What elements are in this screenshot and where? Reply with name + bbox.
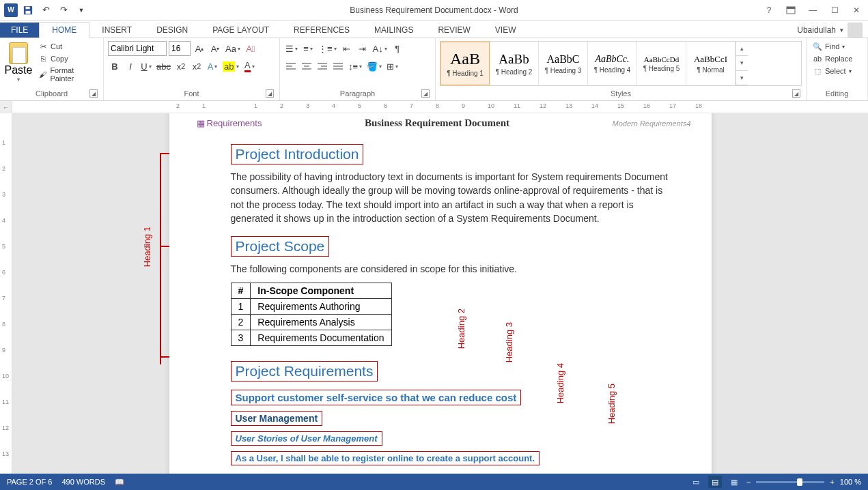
tab-home[interactable]: HOME — [39, 22, 89, 38]
word-count[interactable]: 490 WORDS — [61, 478, 105, 487]
table-row[interactable]: 2Requirements Analysis — [231, 315, 391, 330]
cut-button[interactable]: ✂Cut — [37, 41, 99, 52]
heading4-user-stories[interactable]: User Stories of User Management — [231, 431, 382, 446]
scope-table[interactable]: # In-Scope Component 1Requirements Autho… — [231, 283, 392, 346]
copy-button[interactable]: ⎘Copy — [37, 53, 99, 64]
multilevel-list-icon[interactable]: ⋮≡ — [317, 41, 338, 56]
line-spacing-icon[interactable]: ↕≡ — [347, 59, 363, 74]
tab-page-layout[interactable]: PAGE LAYOUT — [200, 23, 281, 38]
clipboard-dialog-launcher[interactable]: ◢ — [89, 89, 98, 98]
highlight-icon[interactable]: ab — [221, 59, 240, 74]
intro-paragraph[interactable]: The possibility of having introductory t… — [231, 170, 671, 225]
heading3-user-management[interactable]: User Management — [231, 411, 323, 426]
superscript-icon[interactable]: x2 — [190, 59, 204, 74]
qat-customize-icon[interactable]: ▼ — [75, 4, 87, 16]
style--heading-1[interactable]: AaB¶ Heading 1 — [440, 42, 490, 85]
zoom-thumb[interactable] — [797, 478, 802, 486]
subscript-icon[interactable]: x2 — [174, 59, 188, 74]
shrink-font-icon[interactable]: A▾ — [208, 41, 222, 56]
underline-icon[interactable]: U — [139, 59, 153, 74]
align-center-icon[interactable] — [300, 59, 313, 74]
italic-icon[interactable]: I — [124, 59, 137, 74]
horizontal-ruler[interactable]: 21123456789101112131415161718 — [12, 101, 868, 113]
user-account[interactable]: Ubaidullah ▾ — [797, 23, 863, 38]
heading-project-introduction[interactable]: Project Introduction — [231, 144, 364, 164]
tab-references[interactable]: REFERENCES — [281, 23, 362, 38]
sort-icon[interactable]: A↓ — [372, 41, 389, 56]
bullets-icon[interactable]: ☰ — [284, 41, 299, 56]
align-left-icon[interactable] — [284, 59, 298, 74]
style--heading-2[interactable]: AaBb¶ Heading 2 — [490, 42, 539, 85]
tab-insert[interactable]: INSERT — [89, 23, 144, 38]
increase-indent-icon[interactable]: ⇥ — [356, 41, 369, 56]
col-component: In-Scope Component — [251, 283, 391, 299]
redo-icon[interactable]: ↷ — [57, 4, 70, 16]
font-size-select[interactable] — [169, 41, 191, 56]
bold-icon[interactable]: B — [108, 59, 122, 74]
print-layout-icon[interactable]: ▤ — [708, 476, 722, 488]
heading2-support-customer[interactable]: Support customer self-service so that we… — [231, 390, 522, 405]
zoom-slider[interactable] — [756, 481, 824, 483]
font-dialog-launcher[interactable]: ◢ — [266, 89, 274, 98]
borders-icon[interactable]: ⊞ — [385, 59, 400, 74]
table-row[interactable]: 3Requirements Documentation — [231, 330, 391, 346]
table-row[interactable]: 1Requirements Authoring — [231, 299, 391, 315]
minimize-icon[interactable]: — — [805, 3, 820, 18]
heading-project-scope[interactable]: Project Scope — [231, 236, 330, 257]
styles-gallery-more[interactable]: ▴▾▾ — [736, 42, 748, 85]
paragraph-dialog-launcher[interactable]: ◢ — [421, 89, 430, 98]
paste-button[interactable]: Paste ▾ — [4, 41, 33, 84]
change-case-icon[interactable]: Aa — [224, 41, 242, 56]
grow-font-icon[interactable]: A▴ — [193, 41, 206, 56]
decrease-indent-icon[interactable]: ⇤ — [340, 41, 354, 56]
tab-file[interactable]: FILE — [0, 23, 39, 38]
find-button[interactable]: 🔍Find ▾ — [811, 41, 863, 52]
document-scroll[interactable]: ▦ Requirements Business Requirement Docu… — [12, 113, 868, 485]
style--heading-3[interactable]: AaBbC¶ Heading 3 — [539, 42, 588, 85]
ribbon-display-icon[interactable] — [783, 3, 798, 18]
heading5-register-online[interactable]: As a User, I shall be able to register o… — [231, 451, 540, 465]
close-icon[interactable]: ✕ — [849, 3, 864, 18]
replace-button[interactable]: abReplace — [811, 53, 863, 64]
zoom-level[interactable]: 100 % — [840, 478, 861, 486]
maximize-icon[interactable]: ☐ — [827, 3, 842, 18]
tab-view[interactable]: VIEW — [483, 23, 529, 38]
scope-intro-text[interactable]: The following components are considered … — [231, 262, 671, 276]
justify-icon[interactable] — [331, 59, 345, 74]
tab-review[interactable]: REVIEW — [425, 23, 482, 38]
style--heading-4[interactable]: AaBbCc.¶ Heading 4 — [588, 42, 637, 85]
style--normal[interactable]: AaBbCcI¶ Normal — [686, 42, 736, 85]
vertical-ruler[interactable]: 12345678910111213 — [0, 113, 12, 485]
spell-check-icon[interactable]: 📖 — [115, 478, 124, 487]
show-marks-icon[interactable]: ¶ — [391, 41, 404, 56]
clear-formatting-icon[interactable]: A⃠ — [244, 41, 257, 56]
document-page[interactable]: ▦ Requirements Business Requirement Docu… — [169, 113, 712, 485]
font-color-icon[interactable]: A — [242, 59, 256, 74]
numbering-icon[interactable]: ≡ — [301, 41, 315, 56]
strikethrough-icon[interactable]: abc — [155, 59, 172, 74]
svg-rect-4 — [787, 7, 795, 9]
align-right-icon[interactable] — [316, 59, 329, 74]
zoom-out-icon[interactable]: − — [746, 478, 751, 486]
font-family-select[interactable] — [108, 41, 167, 56]
text-effects-icon[interactable]: A — [206, 59, 219, 74]
zoom-in-icon[interactable]: + — [830, 478, 834, 486]
help-icon[interactable]: ? — [761, 3, 776, 18]
select-button[interactable]: ⬚Select ▾ — [811, 66, 863, 76]
save-icon[interactable] — [22, 4, 34, 16]
format-painter-button[interactable]: 🖌Format Painter — [37, 66, 99, 83]
tab-mailings[interactable]: MAILINGS — [362, 23, 425, 38]
styles-gallery: AaB¶ Heading 1AaBb¶ Heading 2AaBbC¶ Head… — [440, 41, 802, 86]
heading-project-requirements[interactable]: Project Requirements — [231, 361, 378, 381]
undo-icon[interactable]: ↶ — [40, 4, 52, 16]
user-name: Ubaidullah — [797, 25, 836, 35]
tab-design[interactable]: DESIGN — [144, 23, 200, 38]
page-indicator[interactable]: PAGE 2 OF 6 — [7, 478, 52, 487]
web-layout-icon[interactable]: ▦ — [727, 476, 741, 488]
styles-dialog-launcher[interactable]: ◢ — [792, 89, 800, 98]
shading-icon[interactable]: 🪣 — [365, 59, 383, 74]
read-mode-icon[interactable]: ▭ — [689, 476, 703, 488]
style--heading-5[interactable]: AaBbCcDd¶ Heading 5 — [637, 42, 686, 85]
copy-icon: ⎘ — [38, 54, 48, 63]
document-title: Business Requirement Document — [365, 117, 509, 129]
